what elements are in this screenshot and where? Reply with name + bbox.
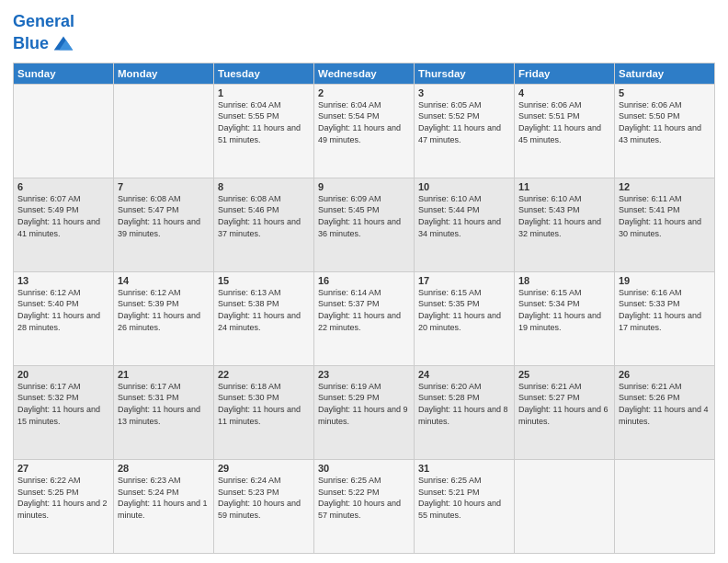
- day-number: 27: [17, 463, 109, 474]
- day-info: Sunrise: 6:24 AM Sunset: 5:23 PM Dayligh…: [218, 475, 310, 521]
- day-cell: 13Sunrise: 6:12 AM Sunset: 5:40 PM Dayli…: [14, 271, 114, 365]
- day-info: Sunrise: 6:05 AM Sunset: 5:52 PM Dayligh…: [418, 99, 510, 145]
- day-cell: 3Sunrise: 6:05 AM Sunset: 5:52 PM Daylig…: [415, 84, 515, 178]
- day-cell: 25Sunrise: 6:21 AM Sunset: 5:27 PM Dayli…: [515, 365, 615, 459]
- day-cell: 20Sunrise: 6:17 AM Sunset: 5:32 PM Dayli…: [14, 365, 114, 459]
- day-cell: 6Sunrise: 6:07 AM Sunset: 5:49 PM Daylig…: [14, 178, 114, 271]
- day-cell: 12Sunrise: 6:11 AM Sunset: 5:41 PM Dayli…: [615, 178, 715, 271]
- day-number: 30: [318, 463, 410, 474]
- day-cell: 7Sunrise: 6:08 AM Sunset: 5:47 PM Daylig…: [114, 178, 214, 271]
- day-cell: 29Sunrise: 6:24 AM Sunset: 5:23 PM Dayli…: [214, 459, 314, 553]
- day-number: 9: [318, 181, 410, 192]
- day-info: Sunrise: 6:10 AM Sunset: 5:43 PM Dayligh…: [518, 193, 610, 239]
- week-row-4: 20Sunrise: 6:17 AM Sunset: 5:32 PM Dayli…: [14, 365, 715, 459]
- week-row-2: 6Sunrise: 6:07 AM Sunset: 5:49 PM Daylig…: [14, 178, 715, 271]
- day-cell: 18Sunrise: 6:15 AM Sunset: 5:34 PM Dayli…: [515, 271, 615, 365]
- day-cell: 15Sunrise: 6:13 AM Sunset: 5:38 PM Dayli…: [214, 271, 314, 365]
- day-cell: 31Sunrise: 6:25 AM Sunset: 5:21 PM Dayli…: [415, 459, 515, 553]
- day-info: Sunrise: 6:06 AM Sunset: 5:51 PM Dayligh…: [518, 99, 610, 145]
- day-info: Sunrise: 6:10 AM Sunset: 5:44 PM Dayligh…: [418, 193, 510, 239]
- day-number: 12: [619, 181, 711, 192]
- day-info: Sunrise: 6:25 AM Sunset: 5:22 PM Dayligh…: [318, 475, 410, 521]
- day-info: Sunrise: 6:08 AM Sunset: 5:46 PM Dayligh…: [218, 193, 310, 239]
- day-info: Sunrise: 6:07 AM Sunset: 5:49 PM Dayligh…: [17, 193, 109, 239]
- day-number: 2: [318, 87, 410, 98]
- day-cell: 24Sunrise: 6:20 AM Sunset: 5:28 PM Dayli…: [415, 365, 515, 459]
- day-cell: 16Sunrise: 6:14 AM Sunset: 5:37 PM Dayli…: [314, 271, 415, 365]
- day-number: 22: [218, 369, 310, 380]
- day-info: Sunrise: 6:08 AM Sunset: 5:47 PM Dayligh…: [118, 193, 210, 239]
- day-info: Sunrise: 6:17 AM Sunset: 5:32 PM Dayligh…: [17, 381, 109, 427]
- weekday-saturday: Saturday: [615, 63, 715, 84]
- day-info: Sunrise: 6:22 AM Sunset: 5:25 PM Dayligh…: [17, 475, 109, 521]
- day-cell: 2Sunrise: 6:04 AM Sunset: 5:54 PM Daylig…: [314, 84, 415, 178]
- day-number: 13: [17, 275, 109, 286]
- day-cell: 10Sunrise: 6:10 AM Sunset: 5:44 PM Dayli…: [415, 178, 515, 271]
- day-info: Sunrise: 6:21 AM Sunset: 5:26 PM Dayligh…: [619, 381, 711, 427]
- day-number: 20: [17, 369, 109, 380]
- logo-text: General: [13, 13, 76, 31]
- logo: General Blue: [13, 13, 76, 57]
- day-cell: 17Sunrise: 6:15 AM Sunset: 5:35 PM Dayli…: [415, 271, 515, 365]
- weekday-header-row: SundayMondayTuesdayWednesdayThursdayFrid…: [14, 63, 715, 84]
- day-number: 16: [318, 275, 410, 286]
- weekday-wednesday: Wednesday: [314, 63, 415, 84]
- day-cell: 14Sunrise: 6:12 AM Sunset: 5:39 PM Dayli…: [114, 271, 214, 365]
- logo-general: General: [13, 12, 74, 30]
- day-number: 21: [118, 369, 210, 380]
- day-info: Sunrise: 6:20 AM Sunset: 5:28 PM Dayligh…: [418, 381, 510, 427]
- day-info: Sunrise: 6:11 AM Sunset: 5:41 PM Dayligh…: [619, 193, 711, 239]
- day-number: 11: [518, 181, 610, 192]
- day-cell: 27Sunrise: 6:22 AM Sunset: 5:25 PM Dayli…: [14, 459, 114, 553]
- day-cell: [114, 84, 214, 178]
- day-info: Sunrise: 6:15 AM Sunset: 5:34 PM Dayligh…: [518, 287, 610, 333]
- day-info: Sunrise: 6:09 AM Sunset: 5:45 PM Dayligh…: [318, 193, 410, 239]
- day-number: 14: [118, 275, 210, 286]
- logo-icon: [51, 31, 76, 57]
- day-cell: 1Sunrise: 6:04 AM Sunset: 5:55 PM Daylig…: [214, 84, 314, 178]
- day-number: 18: [518, 275, 610, 286]
- day-cell: [515, 459, 615, 553]
- day-cell: 21Sunrise: 6:17 AM Sunset: 5:31 PM Dayli…: [114, 365, 214, 459]
- weekday-thursday: Thursday: [415, 63, 515, 84]
- day-info: Sunrise: 6:16 AM Sunset: 5:33 PM Dayligh…: [619, 287, 711, 333]
- day-number: 15: [218, 275, 310, 286]
- weekday-friday: Friday: [515, 63, 615, 84]
- day-number: 26: [619, 369, 711, 380]
- day-cell: 26Sunrise: 6:21 AM Sunset: 5:26 PM Dayli…: [615, 365, 715, 459]
- day-number: 25: [518, 369, 610, 380]
- day-cell: 4Sunrise: 6:06 AM Sunset: 5:51 PM Daylig…: [515, 84, 615, 178]
- day-number: 31: [418, 463, 510, 474]
- weekday-monday: Monday: [114, 63, 214, 84]
- day-cell: 19Sunrise: 6:16 AM Sunset: 5:33 PM Dayli…: [615, 271, 715, 365]
- day-cell: [14, 84, 114, 178]
- day-cell: 8Sunrise: 6:08 AM Sunset: 5:46 PM Daylig…: [214, 178, 314, 271]
- header: General Blue: [13, 9, 715, 57]
- week-row-5: 27Sunrise: 6:22 AM Sunset: 5:25 PM Dayli…: [14, 459, 715, 553]
- week-row-1: 1Sunrise: 6:04 AM Sunset: 5:55 PM Daylig…: [14, 84, 715, 178]
- day-cell: 22Sunrise: 6:18 AM Sunset: 5:30 PM Dayli…: [214, 365, 314, 459]
- day-number: 5: [619, 87, 711, 98]
- day-number: 10: [418, 181, 510, 192]
- day-cell: [615, 459, 715, 553]
- day-info: Sunrise: 6:14 AM Sunset: 5:37 PM Dayligh…: [318, 287, 410, 333]
- calendar-table: SundayMondayTuesdayWednesdayThursdayFrid…: [13, 63, 715, 554]
- day-number: 23: [318, 369, 410, 380]
- day-info: Sunrise: 6:18 AM Sunset: 5:30 PM Dayligh…: [218, 381, 310, 427]
- day-info: Sunrise: 6:12 AM Sunset: 5:39 PM Dayligh…: [118, 287, 210, 333]
- day-cell: 5Sunrise: 6:06 AM Sunset: 5:50 PM Daylig…: [615, 84, 715, 178]
- day-info: Sunrise: 6:23 AM Sunset: 5:24 PM Dayligh…: [118, 475, 210, 521]
- day-number: 17: [418, 275, 510, 286]
- weekday-tuesday: Tuesday: [214, 63, 314, 84]
- day-info: Sunrise: 6:04 AM Sunset: 5:55 PM Dayligh…: [218, 99, 310, 145]
- day-info: Sunrise: 6:13 AM Sunset: 5:38 PM Dayligh…: [218, 287, 310, 333]
- day-number: 29: [218, 463, 310, 474]
- day-cell: 9Sunrise: 6:09 AM Sunset: 5:45 PM Daylig…: [314, 178, 415, 271]
- day-info: Sunrise: 6:25 AM Sunset: 5:21 PM Dayligh…: [418, 475, 510, 521]
- weekday-sunday: Sunday: [14, 63, 114, 84]
- day-number: 28: [118, 463, 210, 474]
- day-number: 7: [118, 181, 210, 192]
- day-info: Sunrise: 6:06 AM Sunset: 5:50 PM Dayligh…: [619, 99, 711, 145]
- logo-blue: Blue: [13, 35, 49, 53]
- day-number: 1: [218, 87, 310, 98]
